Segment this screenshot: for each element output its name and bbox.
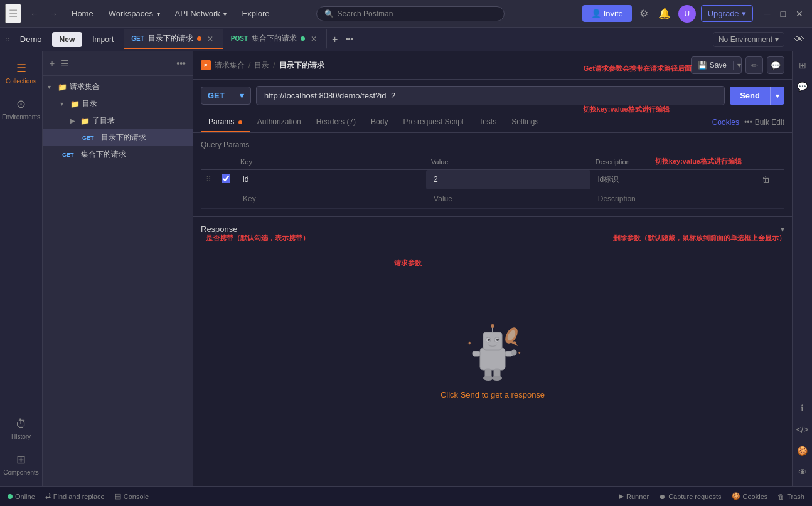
more-tabs-button[interactable]: •••: [343, 33, 356, 46]
back-button[interactable]: ←: [26, 6, 43, 21]
api-network-link[interactable]: API Network ▾: [170, 6, 232, 21]
request-directory-item[interactable]: GET 目录下的请求: [43, 129, 193, 146]
cookies-link[interactable]: Cookies: [712, 113, 739, 132]
notifications-button[interactable]: 🔔: [656, 5, 673, 22]
pencil-button[interactable]: ✏: [745, 56, 763, 74]
workspaces-link[interactable]: Workspaces ▾: [104, 6, 165, 21]
param-drag-empty: [201, 189, 216, 209]
svg-rect-3: [480, 348, 505, 370]
tab-close-1[interactable]: ✕: [205, 34, 215, 44]
breadcrumb-sep-2: /: [273, 61, 275, 70]
collection-root[interactable]: ▾ 📁 请求集合: [43, 78, 193, 95]
send-dropdown-button[interactable]: ▾: [770, 87, 784, 105]
new-button[interactable]: New: [52, 32, 83, 47]
sidebar-item-components[interactable]: ⊞ Components: [3, 448, 40, 481]
minimize-button[interactable]: ─: [761, 8, 774, 20]
close-button[interactable]: ✕: [792, 8, 807, 20]
tab-prerequest[interactable]: Pre-request Script: [395, 112, 471, 132]
capture-requests-button[interactable]: ⏺ Capture requests: [659, 492, 721, 500]
directory-chevron: ▾: [60, 100, 68, 107]
params-dot: [238, 120, 242, 124]
console-button[interactable]: ▤ Console: [115, 492, 149, 500]
forward-button[interactable]: →: [45, 6, 61, 21]
upgrade-button[interactable]: Upgrade ▾: [701, 5, 753, 22]
cookies-icon: 🍪: [732, 492, 740, 500]
tab-label-2: 集合下的请求: [252, 33, 297, 44]
annotation-switch-kv: 切换key:value格式进行编辑: [583, 105, 670, 114]
tab-close-2[interactable]: ✕: [309, 34, 319, 44]
tab-tests[interactable]: Tests: [471, 112, 504, 132]
sidebar-item-environments[interactable]: ⊙ Environments: [3, 92, 40, 125]
param-desc-input-1[interactable]: [596, 172, 751, 186]
environment-selector[interactable]: No Environment ▾: [713, 32, 784, 47]
send-button[interactable]: Send: [730, 87, 770, 105]
find-replace-button[interactable]: ⇄ Find and replace: [45, 492, 105, 500]
eye-button[interactable]: 👁: [792, 31, 807, 48]
collections-panel: + ☰ ••• ▾ 📁 请求集合 ▾ 📁 目录 ▶ 📁: [43, 51, 193, 486]
maximize-button[interactable]: □: [777, 8, 789, 20]
svg-point-16: [483, 376, 493, 381]
tab-headers[interactable]: Headers (7): [309, 112, 363, 132]
search-bar[interactable]: 🔍 Search Postman: [316, 6, 505, 21]
right-code-icon[interactable]: </>: [794, 421, 811, 438]
param-checkbox-1[interactable]: [222, 174, 230, 183]
folder-subdirectory[interactable]: ▶ 📁 子目录: [43, 112, 193, 129]
bulk-edit-button[interactable]: ••• Bulk Edit: [744, 118, 784, 127]
tab-params[interactable]: Params: [201, 112, 250, 132]
online-dot: [8, 494, 13, 499]
param-value-empty-input[interactable]: [431, 192, 585, 206]
param-key-input-1[interactable]: [240, 172, 421, 186]
sidebar-item-history[interactable]: ⏱ History: [3, 413, 40, 445]
home-link[interactable]: Home: [67, 6, 99, 21]
right-comment-icon[interactable]: 💬: [794, 78, 811, 95]
tab-method-get: GET: [131, 35, 144, 42]
method-dropdown-icon: ▾: [240, 91, 244, 100]
filter-button[interactable]: ☰: [59, 56, 71, 70]
response-illustration: ✦ ✦: [455, 314, 530, 382]
svg-rect-12: [511, 350, 516, 355]
request-collection-item[interactable]: GET 集合下的请求: [43, 146, 193, 163]
save-dropdown-button[interactable]: ▾: [733, 61, 741, 70]
more-options-button[interactable]: •••: [174, 56, 188, 70]
param-desc-empty-input[interactable]: [596, 192, 751, 206]
subdirectory-chevron: ▶: [70, 117, 78, 124]
tab-post-request[interactable]: POST 集合下的请求 ✕: [223, 29, 327, 49]
add-tab-button[interactable]: +: [327, 31, 343, 48]
comment-button[interactable]: 💬: [767, 56, 784, 74]
param-delete-button-1[interactable]: 🗑: [761, 173, 772, 186]
settings-button[interactable]: ⚙: [637, 5, 651, 22]
tab-body[interactable]: Body: [363, 112, 395, 132]
save-button[interactable]: 💾 Save: [692, 58, 733, 73]
right-grid-icon[interactable]: ⊞: [794, 56, 811, 74]
right-eye-icon[interactable]: 👁: [794, 463, 811, 481]
import-button[interactable]: Import: [87, 32, 119, 47]
param-key-empty-input[interactable]: [240, 192, 421, 206]
find-replace-icon: ⇄: [45, 492, 51, 500]
method-selector[interactable]: GET ▾: [201, 87, 251, 105]
add-collection-button[interactable]: +: [48, 56, 56, 70]
param-checkbox-cell: [216, 170, 235, 189]
runner-label: Runner: [626, 493, 649, 500]
param-value-input-1[interactable]: [431, 172, 585, 186]
folder-directory[interactable]: ▾ 📁 目录: [43, 95, 193, 112]
tab-authorization[interactable]: Authorization: [250, 112, 309, 132]
sidebar-item-collections[interactable]: ☰ Collections: [3, 56, 40, 90]
response-chevron-icon[interactable]: ▾: [781, 225, 784, 234]
runner-button[interactable]: ▶ Runner: [619, 492, 649, 500]
tab-settings[interactable]: Settings: [504, 112, 546, 132]
response-area: Response ▾: [193, 216, 792, 486]
cookies-button[interactable]: 🍪 Cookies: [732, 492, 768, 500]
param-drag-handle[interactable]: ⠿: [201, 170, 216, 189]
invite-button[interactable]: 👤 Invite: [582, 5, 632, 22]
explore-link[interactable]: Explore: [237, 6, 274, 21]
trash-button[interactable]: 🗑 Trash: [777, 492, 804, 500]
url-input[interactable]: [256, 86, 725, 105]
avatar[interactable]: U: [678, 5, 696, 23]
tab-get-request[interactable]: GET 目录下的请求 ✕: [124, 29, 223, 49]
directory-label: 目录: [82, 98, 97, 109]
right-info-icon[interactable]: ℹ: [794, 399, 811, 417]
person-icon: 👤: [591, 9, 601, 18]
params-tab-right: 切换key:value格式进行编辑 Cookies ••• Bulk Edit: [707, 113, 784, 132]
menu-button[interactable]: ☰: [5, 4, 21, 23]
right-cookie-icon[interactable]: 🍪: [794, 442, 811, 460]
